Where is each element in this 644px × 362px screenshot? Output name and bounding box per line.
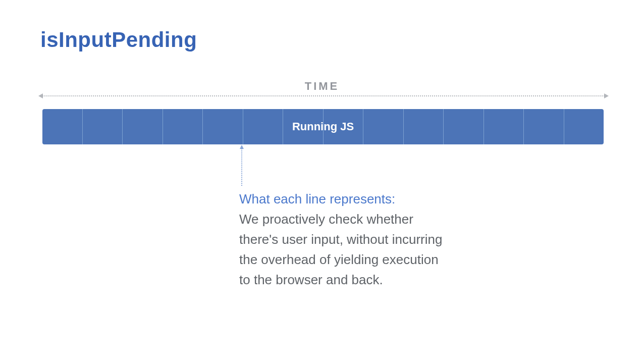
callout-line [241, 148, 242, 186]
caption: What each line represents: We proactivel… [239, 189, 446, 290]
time-axis-label: TIME [0, 80, 644, 93]
slide: isInputPending TIME Running JS What each… [0, 0, 644, 362]
timeline-tick [443, 109, 484, 144]
timeline-tick [484, 109, 524, 144]
timeline-tick [202, 109, 243, 144]
page-title: isInputPending [40, 28, 197, 52]
arrow-left-icon [38, 93, 43, 98]
timeline-bar-wrap: Running JS [42, 109, 604, 144]
timeline-tick [243, 109, 283, 144]
timeline-tick [82, 109, 123, 144]
caption-lead: What each line represents: [239, 191, 395, 206]
timeline-bar-label: Running JS [292, 120, 354, 133]
time-axis [42, 95, 605, 96]
timeline-tick [564, 109, 604, 144]
timeline-tick [163, 109, 203, 144]
timeline-tick [42, 109, 82, 144]
arrow-up-icon [240, 145, 244, 149]
timeline-bar: Running JS [42, 109, 604, 144]
timeline-tick [403, 109, 444, 144]
arrow-right-icon [604, 93, 609, 98]
caption-body: We proactively check whether there's use… [239, 212, 442, 287]
timeline-tick [122, 109, 163, 144]
timeline-tick [523, 109, 564, 144]
timeline-tick [363, 109, 403, 144]
